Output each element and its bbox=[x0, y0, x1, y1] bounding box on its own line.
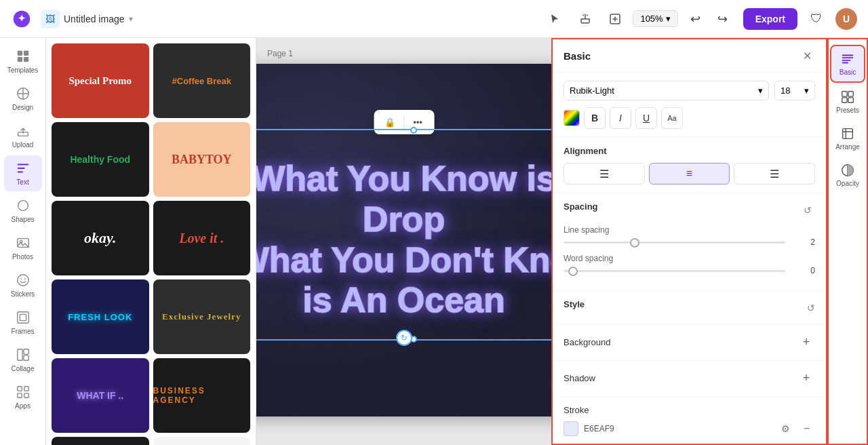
export-button[interactable]: Export bbox=[743, 8, 797, 30]
template-card-9[interactable]: WHAT IF .. bbox=[52, 358, 149, 433]
template-card-6[interactable]: Love it . bbox=[153, 201, 251, 275]
format-row: B I U Aa bbox=[564, 107, 815, 129]
template-card-2[interactable]: #Coffee Break bbox=[153, 43, 251, 118]
sidebar-item-design[interactable]: Design bbox=[4, 81, 42, 117]
align-right-btn[interactable]: ☰ bbox=[734, 163, 815, 185]
template-card-11[interactable]: Party Today bbox=[52, 437, 149, 445]
style-section: Style ↺ bbox=[553, 291, 826, 325]
right-panel-label-presets: Presets bbox=[836, 107, 859, 114]
template-label-2: #Coffee Break bbox=[172, 76, 231, 86]
template-card-4[interactable]: BABYTOY bbox=[153, 122, 251, 197]
background-row: Background + bbox=[564, 333, 815, 351]
sidebar-item-shapes[interactable]: Shapes bbox=[4, 193, 42, 229]
canvas-text-line1: What You Know is bbox=[256, 159, 551, 199]
template-card-8[interactable]: Exclusive Jewelry bbox=[153, 279, 251, 354]
svg-rect-6 bbox=[23, 57, 28, 62]
template-label-3: Healthy Food bbox=[70, 154, 130, 165]
template-card-7[interactable]: FRESH LOOK bbox=[52, 279, 149, 354]
alignment-section-title: Alignment bbox=[564, 146, 815, 156]
right-panel-item-presets[interactable]: Presets bbox=[830, 84, 865, 119]
text-color-swatch[interactable] bbox=[564, 110, 580, 126]
svg-point-9 bbox=[18, 201, 28, 211]
svg-point-12 bbox=[17, 275, 28, 286]
canvas-wrapper[interactable]: 🔒 ••• What bbox=[256, 64, 551, 417]
right-panel-item-basic[interactable]: Basic bbox=[830, 45, 865, 83]
alignment-section: left Alignment ☰ ≡ ☰ bbox=[553, 138, 826, 193]
stroke-hex-value: E6EAF9 bbox=[584, 424, 772, 433]
more-options-btn[interactable]: ••• bbox=[408, 113, 427, 132]
sidebar-label-templates: Templates bbox=[7, 66, 39, 74]
stroke-row: Stroke bbox=[564, 405, 815, 415]
line-spacing-track[interactable] bbox=[564, 241, 785, 244]
bold-btn[interactable]: B bbox=[584, 107, 606, 129]
canvas-area: Page 1 🔒 ••• bbox=[256, 38, 551, 445]
canvas-text-block[interactable]: What You Know is Drop What You Don't Kno… bbox=[256, 159, 551, 321]
doc-title[interactable]: Untitled image bbox=[64, 14, 125, 24]
svg-point-14 bbox=[24, 278, 25, 279]
select-tool-btn[interactable] bbox=[543, 7, 568, 31]
sidebar-item-collage[interactable]: Collage bbox=[4, 342, 42, 378]
template-label-4: BABYTOY bbox=[172, 153, 232, 167]
shadow-add-btn[interactable]: + bbox=[797, 369, 815, 387]
stroke-minus-btn[interactable]: − bbox=[799, 421, 815, 437]
canvas-toolbar-float: 🔒 ••• bbox=[374, 110, 434, 134]
font-select[interactable]: Rubik-Light ▾ bbox=[564, 81, 769, 100]
stroke-color-row: E6EAF9 ⚙ − bbox=[564, 421, 815, 437]
background-section: Background + bbox=[553, 325, 826, 361]
word-spacing-thumb[interactable] bbox=[568, 267, 578, 276]
sidebar-item-frames[interactable]: Frames bbox=[4, 305, 42, 341]
underline-btn[interactable]: U bbox=[635, 107, 657, 129]
template-card-3[interactable]: Healthy Food bbox=[52, 122, 149, 197]
style-refresh-btn[interactable]: ↺ bbox=[807, 303, 815, 313]
word-spacing-track[interactable] bbox=[564, 270, 785, 272]
style-header: Style ↺ bbox=[564, 299, 815, 316]
italic-btn[interactable]: I bbox=[610, 107, 631, 129]
svg-rect-3 bbox=[17, 51, 22, 56]
sidebar-item-stickers[interactable]: Stickers bbox=[4, 267, 42, 303]
shadow-label: Shadow bbox=[564, 373, 595, 383]
align-center-btn[interactable]: ≡ bbox=[649, 163, 730, 185]
sidebar-item-photos[interactable]: Photos bbox=[4, 230, 42, 266]
line-spacing-slider-row: 2 bbox=[564, 237, 815, 247]
spacing-refresh-btn[interactable]: ↺ bbox=[800, 203, 815, 218]
basic-panel: Basic ✕ Rubik-Light ▾ 18 ▾ B I U Aa bbox=[551, 38, 827, 445]
redo-btn[interactable]: ↪ bbox=[711, 7, 735, 31]
basic-panel-close-btn[interactable]: ✕ bbox=[799, 47, 815, 64]
template-card-12[interactable]: MUSIC bbox=[153, 437, 251, 445]
svg-rect-16 bbox=[20, 314, 26, 320]
resize-btn[interactable] bbox=[603, 7, 627, 31]
line-spacing-thumb[interactable] bbox=[630, 238, 639, 248]
right-panel-item-opacity[interactable]: Opacity bbox=[830, 157, 865, 193]
template-card-5[interactable]: okay. bbox=[52, 201, 149, 275]
font-case-btn[interactable]: Aa bbox=[661, 107, 683, 129]
template-card-1[interactable]: Special Promo bbox=[52, 43, 149, 118]
rotate-handle[interactable]: ↻ bbox=[396, 330, 412, 346]
basic-panel-title: Basic bbox=[564, 50, 591, 62]
stroke-color-swatch[interactable] bbox=[564, 421, 578, 436]
word-spacing-slider-row: 0 bbox=[564, 266, 815, 275]
sidebar-item-text[interactable]: Text bbox=[4, 155, 42, 191]
align-left-btn[interactable]: ☰ bbox=[564, 163, 645, 185]
top-bar-right: Export 🛡 U bbox=[743, 7, 857, 31]
sidebar-item-upload[interactable]: Upload bbox=[4, 118, 42, 154]
background-add-btn[interactable]: + bbox=[797, 333, 815, 351]
app-logo[interactable]: ✦ bbox=[11, 8, 33, 30]
font-size-input[interactable]: 18 ▾ bbox=[774, 81, 815, 100]
shield-btn[interactable]: 🛡 bbox=[804, 7, 829, 31]
template-card-10[interactable]: BUSINESS AGENCY bbox=[153, 358, 251, 433]
template-label-8: Exclusive Jewelry bbox=[162, 311, 241, 322]
svg-rect-5 bbox=[17, 57, 22, 62]
zoom-selector[interactable]: 105% ▾ bbox=[633, 10, 677, 27]
lock-btn[interactable]: 🔒 bbox=[380, 113, 399, 132]
sidebar-label-frames: Frames bbox=[12, 328, 35, 335]
font-chevron-icon: ▾ bbox=[758, 85, 763, 96]
user-avatar[interactable]: U bbox=[835, 8, 857, 30]
hand-tool-btn[interactable] bbox=[573, 7, 597, 31]
template-label-7: FRESH LOOK bbox=[68, 312, 132, 322]
sidebar-item-apps[interactable]: Apps bbox=[4, 379, 42, 415]
doc-title-chevron-icon[interactable]: ▾ bbox=[129, 14, 133, 24]
sidebar-item-templates[interactable]: Templates bbox=[4, 43, 42, 79]
stroke-settings-btn[interactable]: ⚙ bbox=[777, 421, 793, 437]
undo-btn[interactable]: ↩ bbox=[684, 7, 708, 31]
right-panel-item-arrange[interactable]: Arrange bbox=[830, 121, 865, 156]
